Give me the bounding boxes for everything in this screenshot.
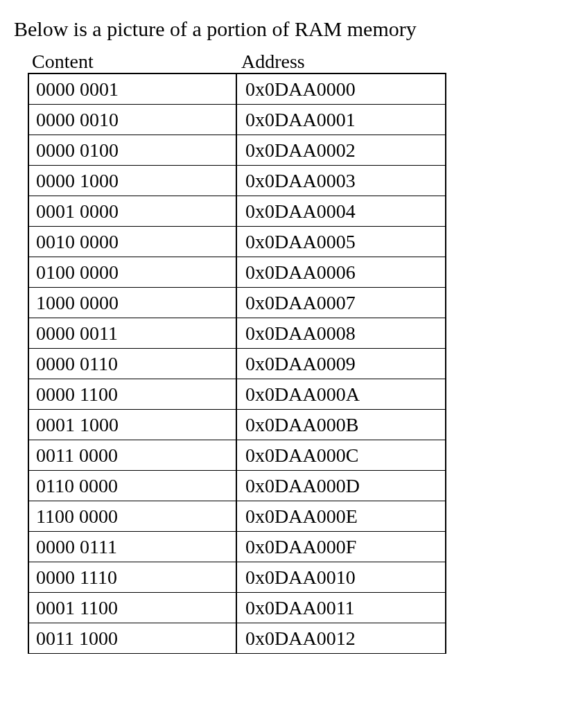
table-row: 0000 11100x0DAA0010 bbox=[28, 562, 553, 593]
content-cell: 0011 0000 bbox=[28, 440, 237, 471]
table-row: 0000 00110x0DAA0008 bbox=[28, 318, 553, 349]
content-cell: 0010 0000 bbox=[28, 227, 237, 257]
address-cell: 0x0DAA0005 bbox=[237, 227, 446, 257]
content-cell: 0000 1110 bbox=[28, 562, 237, 593]
table-row: 0100 00000x0DAA0006 bbox=[28, 257, 553, 288]
content-cell: 0000 0001 bbox=[28, 73, 237, 105]
content-cell: 0110 0000 bbox=[28, 471, 237, 501]
table-row: 0001 11000x0DAA0011 bbox=[28, 593, 553, 623]
table-row: 0011 00000x0DAA000C bbox=[28, 440, 553, 471]
page-title: Below is a picture of a portion of RAM m… bbox=[14, 15, 553, 42]
table-row: 0000 11000x0DAA000A bbox=[28, 379, 553, 410]
content-cell: 0000 1000 bbox=[28, 166, 237, 196]
table-row: 0000 01000x0DAA0002 bbox=[28, 135, 553, 166]
page: Below is a picture of a portion of RAM m… bbox=[0, 0, 567, 654]
table-row: 1000 00000x0DAA0007 bbox=[28, 288, 553, 318]
content-cell: 0100 0000 bbox=[28, 257, 237, 288]
address-cell: 0x0DAA0000 bbox=[237, 73, 446, 105]
table-row: 0000 00100x0DAA0001 bbox=[28, 105, 553, 135]
content-cell: 0001 1100 bbox=[28, 593, 237, 623]
content-cell: 0000 0110 bbox=[28, 349, 237, 379]
content-cell: 0000 0011 bbox=[28, 318, 237, 349]
address-cell: 0x0DAA000E bbox=[237, 501, 446, 532]
address-cell: 0x0DAA0006 bbox=[237, 257, 446, 288]
memory-table: 0000 00010x0DAA00000000 00100x0DAA000100… bbox=[28, 73, 553, 654]
address-cell: 0x0DAA000D bbox=[237, 471, 446, 501]
address-cell: 0x0DAA0011 bbox=[237, 593, 446, 623]
table-row: 0000 01100x0DAA0009 bbox=[28, 349, 553, 379]
address-cell: 0x0DAA0004 bbox=[237, 196, 446, 227]
content-cell: 0000 0111 bbox=[28, 532, 237, 562]
address-cell: 0x0DAA0003 bbox=[237, 166, 446, 196]
header-content: Content bbox=[32, 51, 241, 73]
table-row: 1100 00000x0DAA000E bbox=[28, 501, 553, 532]
table-row: 0001 00000x0DAA0004 bbox=[28, 196, 553, 227]
content-cell: 0001 0000 bbox=[28, 196, 237, 227]
address-cell: 0x0DAA0007 bbox=[237, 288, 446, 318]
table-row: 0000 10000x0DAA0003 bbox=[28, 166, 553, 196]
address-cell: 0x0DAA0001 bbox=[237, 105, 446, 135]
table-row: 0110 00000x0DAA000D bbox=[28, 471, 553, 501]
address-cell: 0x0DAA0010 bbox=[237, 562, 446, 593]
table-row: 0000 01110x0DAA000F bbox=[28, 532, 553, 562]
address-cell: 0x0DAA0012 bbox=[237, 623, 446, 654]
content-cell: 0000 1100 bbox=[28, 379, 237, 410]
content-cell: 0001 1000 bbox=[28, 410, 237, 440]
address-cell: 0x0DAA000B bbox=[237, 410, 446, 440]
address-cell: 0x0DAA0002 bbox=[237, 135, 446, 166]
content-cell: 0000 0100 bbox=[28, 135, 237, 166]
content-cell: 0011 1000 bbox=[28, 623, 237, 654]
address-cell: 0x0DAA000F bbox=[237, 532, 446, 562]
content-cell: 1000 0000 bbox=[28, 288, 237, 318]
table-row: 0000 00010x0DAA0000 bbox=[28, 73, 553, 105]
address-cell: 0x0DAA0009 bbox=[237, 349, 446, 379]
column-headers: Content Address bbox=[14, 51, 553, 73]
table-row: 0010 00000x0DAA0005 bbox=[28, 227, 553, 257]
content-cell: 1100 0000 bbox=[28, 501, 237, 532]
table-row: 0011 10000x0DAA0012 bbox=[28, 623, 553, 654]
address-cell: 0x0DAA000A bbox=[237, 379, 446, 410]
header-address: Address bbox=[241, 51, 553, 73]
address-cell: 0x0DAA000C bbox=[237, 440, 446, 471]
content-cell: 0000 0010 bbox=[28, 105, 237, 135]
address-cell: 0x0DAA0008 bbox=[237, 318, 446, 349]
table-row: 0001 10000x0DAA000B bbox=[28, 410, 553, 440]
